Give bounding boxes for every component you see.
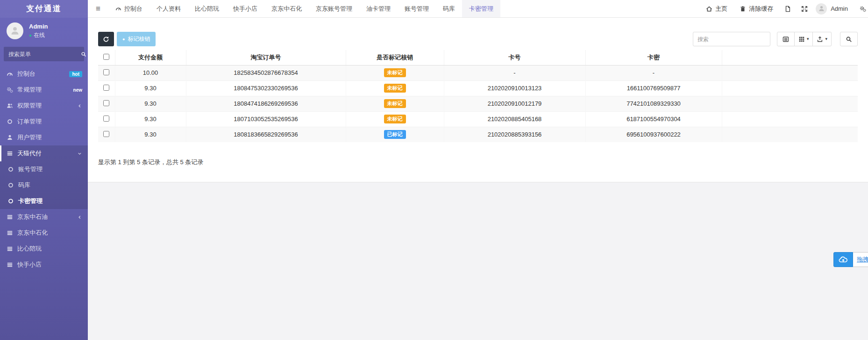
sidebar-menu: 控制台 hot 常规管理 new 权限管理 订单管理 用户管理 天猫代付 [0, 66, 88, 273]
sidebar: 支付通道 Admin ●在线 控制台 hot 常规管理 new 权限管理 [0, 0, 88, 340]
column-header-card[interactable]: 卡号 [444, 50, 585, 65]
clear-cache-label: 清除缓存 [749, 5, 773, 13]
upload-button[interactable] [833, 252, 853, 267]
empty-cell [722, 111, 858, 127]
circle-bullet-icon: ● [122, 37, 125, 42]
sidebar-item-orders[interactable]: 订单管理 [0, 114, 88, 130]
row-checkbox[interactable] [103, 69, 109, 75]
navbar-right: 主页 清除缓存 Admin [700, 0, 868, 17]
sidebar-item-label: 天猫代付 [17, 149, 42, 158]
column-header-secret[interactable]: 卡密 [585, 50, 722, 65]
select-all-checkbox[interactable] [103, 54, 109, 60]
table-row[interactable]: 9.30 1808474186269269536 未标记 21020209100… [98, 96, 858, 111]
sidebar-item-dashboard[interactable]: 控制台 hot [0, 66, 88, 82]
list-icon [7, 150, 13, 157]
empty-cell [722, 96, 858, 111]
table-row[interactable]: 9.30 1808183665829269536 已标记 21020208853… [98, 127, 858, 142]
table-row[interactable]: 10.00 1825834502876678354 未标记 - - [98, 65, 858, 80]
tab-code-library[interactable]: 码库 [436, 0, 462, 17]
sidebar-item-label: 京东中石化 [17, 229, 48, 237]
table-row[interactable]: 9.30 1808475302330269536 未标记 21020209100… [98, 80, 858, 96]
sidebar-item-kuaishou[interactable]: 快手小店 [0, 257, 88, 273]
card-cell: 2102020910013123 [444, 80, 585, 96]
mark-writeoff-button[interactable]: ● 标记核销 [117, 32, 156, 46]
order-cell: 1807103052535269536 [186, 111, 346, 127]
tab-label: 快手小店 [233, 5, 257, 13]
tab-dashboard[interactable]: 控制台 [108, 0, 149, 17]
tab-oil-card-mgmt[interactable]: 油卡管理 [359, 0, 398, 17]
sidebar-item-permissions[interactable]: 权限管理 [0, 98, 88, 114]
sidebar-item-card-secret-mgmt[interactable]: 卡密管理 [0, 193, 88, 209]
sidebar-item-general[interactable]: 常规管理 new [0, 82, 88, 98]
sidebar-item-jd-sinopec[interactable]: 京东中石化 [0, 225, 88, 241]
column-header-amount[interactable]: 支付金额 [115, 50, 186, 65]
sidebar-item-code-library[interactable]: 码库 [0, 177, 88, 193]
search-icon [846, 36, 852, 43]
refresh-button[interactable] [98, 32, 114, 46]
sidebar-item-account-mgmt[interactable]: 账号管理 [0, 161, 88, 177]
amount-cell: 9.30 [115, 127, 186, 142]
row-checkbox[interactable] [103, 100, 109, 106]
column-header-status[interactable]: 是否标记核销 [346, 50, 444, 65]
table-search-input[interactable] [693, 32, 770, 46]
tab-account-mgmt[interactable]: 账号管理 [398, 0, 436, 17]
tab-card-secret-mgmt[interactable]: 卡密管理 [462, 0, 500, 17]
columns-dropdown-button[interactable]: ▾ [795, 32, 813, 46]
sidebar-item-label: 用户管理 [17, 133, 42, 142]
home-link[interactable]: 主页 [700, 0, 733, 17]
navbar-user-name[interactable]: Admin [831, 5, 848, 12]
toggle-pagination-button[interactable] [777, 32, 795, 46]
tab-kuaishou[interactable]: 快手小店 [226, 0, 264, 17]
mark-writeoff-label: 标记核销 [128, 35, 150, 43]
tab-profile[interactable]: 个人资料 [149, 0, 188, 17]
fullscreen-button[interactable] [796, 0, 813, 17]
settings-button[interactable] [854, 0, 868, 17]
table-view-button-group: ▾ ▾ [777, 32, 832, 46]
export-dropdown-button[interactable]: ▾ [813, 32, 832, 46]
circle-icon [7, 166, 14, 173]
avatar[interactable] [7, 22, 23, 39]
sidebar-item-bixin[interactable]: 比心陪玩 [0, 241, 88, 257]
tab-label: 个人资料 [157, 5, 181, 13]
drag-upload-label[interactable]: 拖拽上传 [853, 252, 868, 267]
order-cell: 1808475302330269536 [186, 80, 346, 96]
gears-icon [860, 6, 866, 12]
row-checkbox[interactable] [103, 116, 109, 122]
hamburger-menu-button[interactable]: ≡ [88, 0, 108, 17]
empty-cell [722, 80, 858, 96]
table-row[interactable]: 9.30 1807103052535269536 未标记 21020208854… [98, 111, 858, 127]
cloud-upload-icon [839, 256, 848, 263]
clear-cache-button[interactable]: 清除缓存 [733, 0, 779, 17]
sidebar-item-label: 卡密管理 [18, 197, 43, 205]
expand-arrows-icon [801, 6, 808, 12]
app-title: 支付通道 [0, 0, 88, 18]
card-cell: - [444, 65, 585, 80]
row-checkbox[interactable] [103, 85, 109, 91]
navbar-avatar[interactable] [816, 3, 827, 14]
sidebar-search-input[interactable] [8, 51, 81, 58]
order-cell: 1808183665829269536 [186, 127, 346, 142]
sidebar-item-tmall-pay[interactable]: 天猫代付 [0, 145, 88, 161]
sidebar-search[interactable] [4, 47, 84, 61]
circle-icon [7, 182, 14, 188]
users-icon [7, 102, 13, 109]
row-checkbox[interactable] [103, 131, 109, 137]
column-header-order[interactable]: 淘宝订单号 [186, 50, 346, 65]
sidebar-item-users[interactable]: 用户管理 [0, 130, 88, 145]
sidebar-item-jd-cnpc[interactable]: 京东中石油 [0, 209, 88, 225]
amount-cell: 9.30 [115, 80, 186, 96]
status-cell: 未标记 [346, 80, 444, 96]
online-dot-icon: ● [29, 33, 32, 38]
tab-label: 码库 [443, 5, 455, 13]
tab-jd-account-mgmt[interactable]: 京东账号管理 [309, 0, 359, 17]
tab-label: 油卡管理 [366, 5, 391, 13]
advanced-search-button[interactable] [840, 32, 858, 46]
tachometer-icon [7, 71, 13, 77]
table-toolbar: ● 标记核销 ▾ ▾ [98, 32, 858, 46]
tab-label: 比心陪玩 [195, 5, 219, 13]
status-badge: 未标记 [384, 84, 406, 93]
tab-jd-sinopec[interactable]: 京东中石化 [264, 0, 309, 17]
refresh-tab-button[interactable] [779, 0, 796, 17]
tab-bixin[interactable]: 比心陪玩 [188, 0, 226, 17]
list-icon [7, 246, 13, 252]
